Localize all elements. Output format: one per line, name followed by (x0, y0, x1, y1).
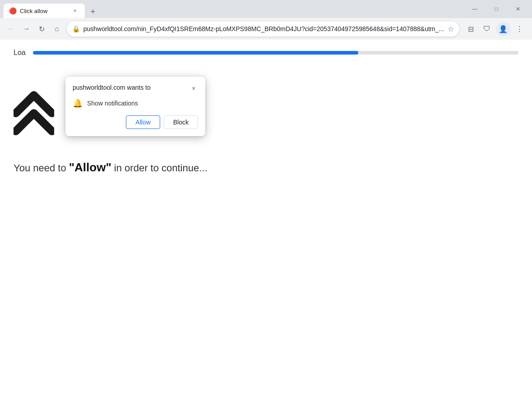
block-button[interactable]: Block (164, 115, 198, 129)
profile-icon: 👤 (499, 25, 508, 33)
loading-section: Loa (0, 40, 532, 66)
home-button[interactable]: ⌂ (51, 22, 63, 36)
menu-button[interactable]: ⋮ (512, 22, 527, 36)
new-tab-button[interactable]: + (87, 5, 99, 18)
tab-title: Click allow (20, 8, 67, 14)
browser-window: 🔴 Click allow × + — □ ✕ ← → ↻ ⌂ 🔒 pushwo… (0, 0, 532, 404)
tab-strip: 🔴 Click allow × + (4, 0, 463, 18)
bell-icon: 🔔 (73, 98, 83, 108)
loading-label: Loa (14, 49, 26, 57)
double-chevron-up-icon (14, 84, 54, 142)
reload-button[interactable]: ↻ (36, 22, 47, 36)
close-window-button[interactable]: ✕ (508, 2, 528, 16)
message-prefix: You need to (14, 162, 69, 174)
permission-text: Show notifications (87, 100, 138, 107)
reading-icon: ⊟ (468, 25, 474, 33)
page-content: Loa You need to "Allow" in order to cont… (0, 40, 532, 404)
bookmark-icon[interactable]: ☆ (448, 25, 454, 33)
tab-favicon: 🔴 (9, 7, 16, 14)
reading-view-button[interactable]: ⊟ (463, 22, 478, 36)
allow-quoted-text: "Allow" (69, 161, 111, 174)
url-text: pushworldtool.com/nin_FyD4xfQI1SREm68Mz-… (83, 25, 444, 32)
extension-button[interactable]: 🛡 (480, 22, 494, 36)
dialog-close-button[interactable]: × (189, 84, 198, 93)
allow-button[interactable]: Allow (126, 115, 160, 129)
lock-icon: 🔒 (72, 25, 80, 32)
window-controls: — □ ✕ (464, 2, 528, 16)
notification-dialog: pushworldtool.com wants to × 🔔 Show noti… (65, 77, 205, 136)
main-message: You need to "Allow" in order to continue… (0, 152, 532, 184)
extension-icon: 🛡 (483, 25, 490, 33)
profile-button[interactable]: 👤 (496, 22, 510, 36)
toolbar-right-buttons: ⊟ 🛡 👤 ⋮ (463, 22, 527, 36)
dialog-actions: Allow Block (73, 115, 198, 129)
tab-close-button[interactable]: × (70, 6, 79, 15)
address-bar[interactable]: 🔒 pushworldtool.com/nin_FyD4xfQI1SREm68M… (66, 21, 460, 37)
title-bar: 🔴 Click allow × + — □ ✕ (0, 0, 532, 18)
dialog-permission-row: 🔔 Show notifications (73, 98, 198, 108)
dialog-header: pushworldtool.com wants to × (73, 84, 198, 93)
back-button[interactable]: ← (5, 22, 17, 36)
dialog-site-text: pushworldtool.com wants to (73, 84, 151, 91)
menu-icon: ⋮ (516, 25, 523, 33)
progress-bar-fill (33, 51, 358, 55)
maximize-button[interactable]: □ (486, 2, 507, 16)
active-tab[interactable]: 🔴 Click allow × (4, 4, 85, 18)
message-suffix: in order to continue... (111, 162, 208, 174)
forward-button[interactable]: → (21, 22, 32, 36)
toolbar: ← → ↻ ⌂ 🔒 pushworldtool.com/nin_FyD4xfQI… (0, 18, 532, 40)
progress-bar-container (33, 51, 518, 55)
minimize-button[interactable]: — (464, 2, 485, 16)
